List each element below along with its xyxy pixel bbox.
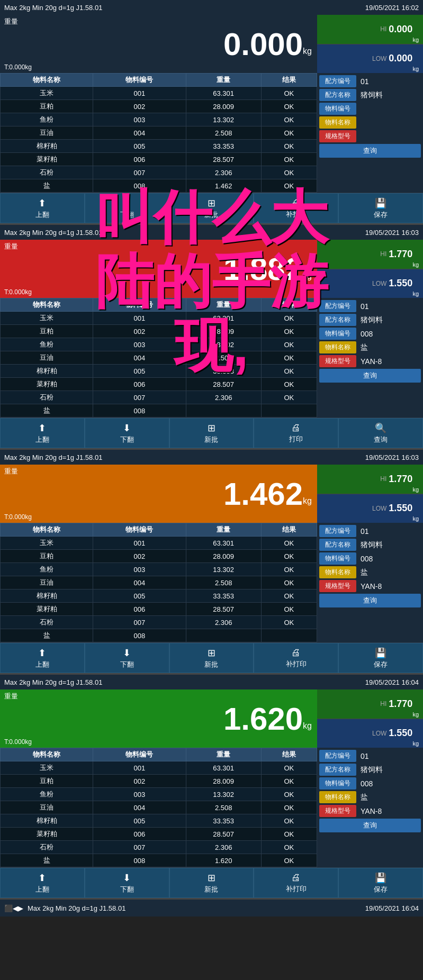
toolbar-btn-2[interactable]: ⊞ 新批: [169, 868, 254, 898]
table-cell: OK: [261, 179, 317, 193]
info-value: 盐: [358, 792, 421, 803]
table-cell: 玉米: [1, 761, 93, 775]
weight-area: 重量 T:0.000kg 1.620 kg HI 1.770 kg LOW 1.…: [0, 689, 423, 748]
table-row: 棉籽粕00533.353OK: [1, 589, 317, 603]
toolbar-btn-4[interactable]: 💾 保存: [338, 643, 423, 673]
toolbar-btn-0[interactable]: ⬆ 上翻: [0, 868, 85, 898]
toolbar-btn-1[interactable]: ⬇ 下翻: [85, 643, 169, 673]
table-cell: 鱼粉: [1, 338, 93, 351]
table-cell: 2.508: [186, 801, 261, 814]
query-button[interactable]: 查询: [319, 594, 421, 607]
toolbar: ⬆ 上翻 ⬇ 下翻 ⊞ 新批 🖨 打印 🔍 查询: [0, 418, 423, 448]
toolbar-btn-3[interactable]: 🖨 补打印: [254, 643, 338, 673]
toolbar-btn-2[interactable]: ⊞ 新批: [169, 193, 254, 223]
table-cell: 007: [93, 841, 186, 854]
table-row: 豆油0042.508OK: [1, 351, 317, 365]
table-cell: OK: [261, 616, 317, 629]
toolbar-btn-0[interactable]: ⬆ 上翻: [0, 643, 85, 673]
table-cell: 豆油: [1, 576, 93, 589]
status-bar: Max 2kg Min 20g d=1g J1.58.01 19/05/2021…: [0, 675, 423, 689]
query-button[interactable]: 查询: [319, 144, 421, 158]
table-cell: 13.302: [186, 338, 261, 351]
info-label: 配方编号: [319, 75, 356, 87]
table-cell: 004: [93, 576, 186, 589]
table-cell: 豆油: [1, 351, 93, 365]
table-cell: 石粉: [1, 391, 93, 404]
toolbar-icon: 💾: [375, 872, 386, 884]
table-cell: 006: [93, 378, 186, 391]
toolbar-btn-0[interactable]: ⬆ 上翻: [0, 418, 85, 448]
toolbar-btn-3[interactable]: 🖨 打印: [254, 418, 338, 448]
table-row: 菜籽粕00628.507OK: [1, 603, 317, 616]
table-cell: OK: [261, 537, 317, 550]
hi-unit: kg: [412, 486, 419, 493]
toolbar-btn-1[interactable]: ⬇ 下翻: [85, 418, 169, 448]
info-label: 物料编号: [319, 328, 356, 340]
table-cell: OK: [261, 126, 317, 140]
table-cell: OK: [261, 140, 317, 153]
tare-label: T:0.000kg: [4, 288, 32, 296]
toolbar-btn-1[interactable]: ⬇ 下翻: [85, 868, 169, 898]
info-value: 猪饲料: [358, 89, 421, 101]
table-header: 物料名称: [1, 298, 93, 312]
info-label: 物料名称: [319, 566, 356, 578]
toolbar-btn-0[interactable]: ⬆ 上翻: [0, 193, 85, 223]
info-value: 008: [358, 329, 421, 339]
toolbar-btn-4[interactable]: 💾 保存: [338, 193, 423, 223]
query-button[interactable]: 查询: [319, 819, 421, 832]
info-row: 配方编号 01: [319, 750, 421, 762]
hi-unit: kg: [412, 711, 419, 718]
toolbar-icon: ⬇: [123, 872, 131, 884]
table-cell: 006: [93, 603, 186, 616]
table-cell: 菜籽粕: [1, 828, 93, 841]
weight-label: 重量: [4, 467, 18, 476]
table-cell: OK: [261, 563, 317, 576]
data-table: 物料名称物料编号重量结果玉米00163.301OK豆粕00228.009OK鱼粉…: [0, 298, 317, 418]
table-cell: OK: [261, 113, 317, 126]
weight-value: 1.620: [223, 701, 303, 737]
info-value: 盐: [358, 567, 421, 578]
table-cell: 004: [93, 351, 186, 365]
toolbar-btn-1[interactable]: ⬇ 下翻: [85, 193, 169, 223]
hi-unit: kg: [412, 261, 419, 268]
info-value: YAN-8: [358, 806, 421, 816]
toolbar-btn-3[interactable]: 🖨 补打印: [254, 868, 338, 898]
table-cell: [186, 629, 261, 642]
toolbar-btn-2[interactable]: ⊞ 新批: [169, 643, 254, 673]
table-cell: 28.009: [186, 550, 261, 563]
status-bar: Max 2kg Min 20g d=1g J1.58.01 19/05/2021…: [0, 0, 423, 15]
toolbar-icon: 💾: [375, 197, 386, 209]
hi-label: HI: [380, 25, 386, 33]
info-value: [358, 108, 421, 110]
toolbar-btn-2[interactable]: ⊞ 新批: [169, 418, 254, 448]
table-row: 盐0081.462OK: [1, 179, 317, 193]
table-cell: OK: [261, 153, 317, 166]
query-button[interactable]: 查询: [319, 369, 421, 383]
table-cell: [186, 404, 261, 418]
toolbar-icon: ⬆: [38, 197, 46, 209]
low-unit: kg: [412, 291, 419, 297]
toolbar-icon: ⊞: [208, 647, 215, 659]
table-cell: 鱼粉: [1, 788, 93, 801]
low-value: 1.550: [389, 278, 412, 289]
hi-display: HI 1.770 kg: [317, 689, 423, 719]
table-header: 物料编号: [93, 748, 186, 761]
table-cell: 005: [93, 365, 186, 378]
table-cell: 63.301: [186, 87, 261, 100]
table-cell: OK: [261, 87, 317, 100]
info-row: 配方编号 01: [319, 300, 421, 312]
toolbar-label: 上翻: [35, 210, 49, 220]
table-cell: 005: [93, 589, 186, 603]
table-cell: 006: [93, 828, 186, 841]
toolbar-btn-4[interactable]: 🔍 查询: [338, 418, 423, 448]
table-row: 鱼粉00313.302OK: [1, 113, 317, 126]
table-row: 盐0081.620OK: [1, 854, 317, 867]
status-right: 19/05/2021 16:03: [365, 229, 419, 237]
toolbar-btn-4[interactable]: 💾 保存: [338, 868, 423, 898]
info-value: [358, 122, 421, 124]
toolbar-icon: ⊞: [208, 422, 215, 434]
table-cell: 1.620: [186, 854, 261, 867]
table-cell: 003: [93, 563, 186, 576]
hi-label: HI: [380, 700, 386, 707]
toolbar-btn-3[interactable]: 🖨 补打印: [254, 193, 338, 223]
